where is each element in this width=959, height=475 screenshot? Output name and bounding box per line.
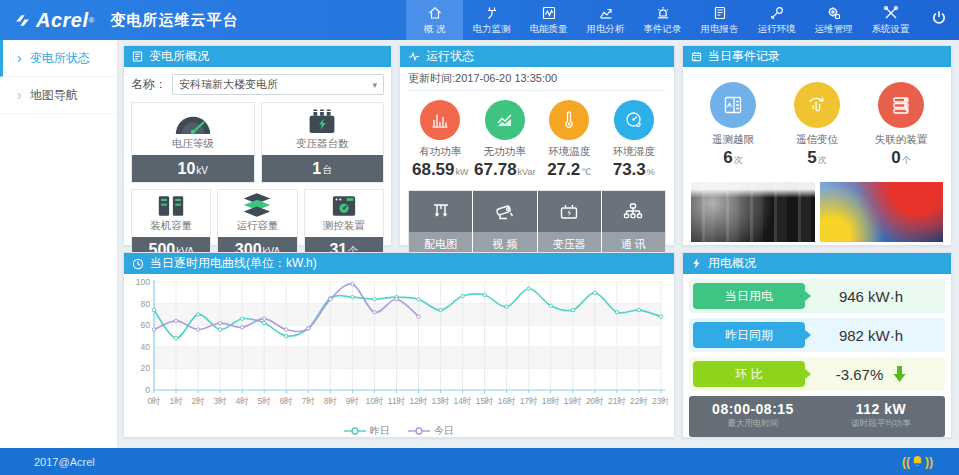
selected-substation: 安科瑞新大楼变电所 bbox=[179, 77, 278, 92]
event-count: 5次 bbox=[775, 148, 859, 168]
time-range-label: 最大用电时间 bbox=[689, 418, 817, 430]
value: 10 bbox=[178, 160, 196, 178]
svg-text:7时: 7时 bbox=[302, 396, 315, 406]
svg-text:21时: 21时 bbox=[608, 396, 626, 406]
legend-label: 昨日 bbox=[370, 424, 390, 438]
server-room-photo bbox=[691, 182, 815, 242]
sidebar-item-label: 变电所状态 bbox=[30, 50, 90, 67]
unit: 个 bbox=[902, 155, 911, 165]
panel-header: 变电所概况 bbox=[124, 46, 391, 67]
unit: % bbox=[647, 167, 655, 177]
sidebar: › 变电所状态 › 地图导航 bbox=[0, 40, 118, 448]
svg-text:8时: 8时 bbox=[324, 396, 337, 406]
svg-text:19时: 19时 bbox=[564, 396, 582, 406]
svg-text:11时: 11时 bbox=[388, 396, 405, 406]
control-device-icon bbox=[305, 190, 383, 217]
legend-yesterday[interactable]: 昨日 bbox=[344, 424, 390, 438]
svg-text:9时: 9时 bbox=[346, 396, 359, 406]
nav-label: 运维管理 bbox=[815, 23, 853, 36]
alarm-bell-button[interactable]: (( )) bbox=[902, 455, 933, 469]
name-label: 名称： bbox=[131, 76, 167, 93]
nav-label: 用电分析 bbox=[587, 23, 625, 36]
svg-text:80: 80 bbox=[141, 299, 151, 309]
cctv-camera-icon bbox=[473, 191, 536, 232]
signal-change-event: 遥信变位 5次 bbox=[775, 82, 859, 168]
logo-registered-mark: ® bbox=[89, 16, 95, 25]
chevron-right-icon: › bbox=[17, 87, 22, 103]
daily-events-panel: 当日事件记录 遥测越限 6次 遥信变位 5次 bbox=[682, 45, 952, 246]
legend-today[interactable]: 今日 bbox=[408, 424, 454, 438]
tools-icon bbox=[883, 5, 899, 21]
yesterday-usage-tag: 昨日同期 bbox=[693, 322, 805, 348]
gauge-icon bbox=[132, 103, 254, 135]
value: 6 bbox=[723, 148, 732, 167]
ambient-humidity-metric: 环境湿度 73.3% bbox=[602, 100, 667, 180]
wrench-icon bbox=[769, 5, 785, 21]
unit: 台 bbox=[322, 163, 332, 177]
sidebar-item-label: 地图导航 bbox=[30, 87, 78, 104]
today-usage-tag: 当日用电 bbox=[693, 283, 805, 309]
value: 0 bbox=[891, 148, 900, 167]
power-value: 112 kW bbox=[817, 401, 945, 417]
nav-usage-analysis[interactable]: 用电分析 bbox=[577, 0, 634, 40]
avg-power: 112 kW 该时段平均功率 bbox=[817, 396, 945, 437]
trend-area-icon bbox=[485, 100, 525, 140]
wave-left: (( bbox=[902, 455, 910, 469]
nav-label: 事件记录 bbox=[644, 23, 682, 36]
event-count: 6次 bbox=[691, 148, 775, 168]
power-icon bbox=[930, 9, 948, 31]
usage-line-chart[interactable]: 0204060801000时1时2时3时4时5时6时7时8时9时10时11时12… bbox=[128, 277, 668, 418]
ratio-tag: 环 比 bbox=[693, 361, 805, 387]
nav-usage-report[interactable]: 用电报告 bbox=[691, 0, 748, 40]
bell-icon bbox=[911, 455, 924, 468]
bolt-icon bbox=[691, 258, 702, 269]
card-label: 测控装置 bbox=[305, 217, 383, 237]
transformer-button[interactable]: 变压器 bbox=[538, 191, 601, 256]
today-usage-row: 当日用电 946 kW·h bbox=[689, 279, 945, 313]
svg-text:60: 60 bbox=[141, 320, 151, 330]
logout-power-button[interactable] bbox=[919, 0, 959, 40]
transformer-icon bbox=[262, 103, 384, 135]
yesterday-usage-value: 982 kW·h bbox=[805, 327, 937, 344]
video-button[interactable]: 视 频 bbox=[473, 191, 536, 256]
trend-icon bbox=[598, 5, 614, 21]
ratio-value: -3.67% bbox=[805, 366, 937, 383]
nav-label: 运行环境 bbox=[758, 23, 796, 36]
event-label: 遥测越限 bbox=[691, 133, 775, 147]
top-nav: 概 况 电力监测 电能质量 用电分析 事件记录 用电报告 bbox=[406, 0, 959, 40]
time-range: 08:00-08:15 bbox=[689, 401, 817, 417]
max-usage-summary: 08:00-08:15 最大用电时间 112 kW 该时段平均功率 bbox=[689, 396, 945, 437]
svg-text:16时: 16时 bbox=[498, 396, 516, 406]
power-quality-icon bbox=[541, 5, 557, 21]
svg-text:20时: 20时 bbox=[586, 396, 604, 406]
nav-ops-management[interactable]: 运维管理 bbox=[805, 0, 862, 40]
communication-button[interactable]: 通 讯 bbox=[602, 191, 665, 256]
signal-change-icon bbox=[794, 82, 840, 128]
svg-text:6时: 6时 bbox=[280, 396, 293, 406]
nav-event-log[interactable]: 事件记录 bbox=[634, 0, 691, 40]
nav-environment[interactable]: 运行环境 bbox=[748, 0, 805, 40]
distribution-diagram-button[interactable]: 配电图 bbox=[409, 191, 472, 256]
svg-text:40: 40 bbox=[141, 342, 151, 352]
hourly-usage-chart-panel: 当日逐时用电曲线(单位：kW.h) 0204060801000时1时2时3时4时… bbox=[123, 252, 675, 438]
svg-text:17时: 17时 bbox=[520, 396, 538, 406]
nav-system-settings[interactable]: 系统设置 bbox=[862, 0, 919, 40]
humidity-gauge-icon bbox=[614, 100, 654, 140]
svg-text:4时: 4时 bbox=[236, 396, 249, 406]
logo: Acrel ® 变电所运维云平台 bbox=[0, 9, 238, 32]
svg-text:3时: 3时 bbox=[214, 396, 227, 406]
svg-text:23时: 23时 bbox=[652, 396, 668, 406]
nav-power-monitoring[interactable]: 电力监测 bbox=[463, 0, 520, 40]
plug-icon bbox=[484, 5, 500, 21]
sidebar-item-map-navigation[interactable]: › 地图导航 bbox=[0, 77, 117, 114]
value: 27.2 bbox=[547, 160, 580, 179]
telemetry-report-icon bbox=[710, 82, 756, 128]
value: 1 bbox=[312, 160, 321, 178]
legend-marker-icon bbox=[344, 427, 366, 435]
nav-overview[interactable]: 概 况 bbox=[406, 0, 463, 40]
unit: 次 bbox=[818, 155, 827, 165]
svg-text:10时: 10时 bbox=[365, 396, 383, 406]
substation-select[interactable]: 安科瑞新大楼变电所 ▾ bbox=[172, 74, 384, 95]
sidebar-item-substation-status[interactable]: › 变电所状态 bbox=[0, 40, 117, 77]
nav-power-quality[interactable]: 电能质量 bbox=[520, 0, 577, 40]
